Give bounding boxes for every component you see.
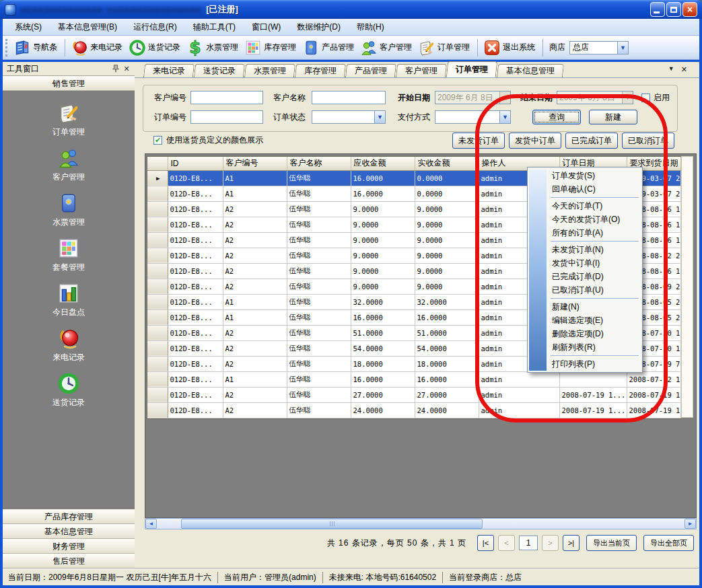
context-menu-item[interactable]: 刷新列表(R): [529, 340, 641, 354]
toolbar-exit-button[interactable]: 退出系统: [481, 38, 539, 58]
sidebar-item-package-mgmt[interactable]: 套餐管理: [28, 237, 109, 273]
sidebar-section-button[interactable]: 产品库存管理: [3, 509, 135, 524]
last-page-button[interactable]: >|: [563, 535, 580, 551]
context-menu-item[interactable]: 今天的发货订单(O): [529, 213, 641, 226]
sidebar-section-button[interactable]: 售后管理: [3, 554, 135, 568]
toolbar-call-records-button[interactable]: 来电记录: [69, 38, 127, 58]
chevron-down-icon[interactable]: ▼: [499, 111, 510, 123]
grid-column-header[interactable]: 应收金额: [351, 157, 415, 170]
sidebar-item-delivery-records[interactable]: 送货记录: [28, 372, 109, 408]
row-selector-cell[interactable]: [147, 232, 168, 248]
tab[interactable]: 水票管理: [244, 64, 295, 77]
grid-column-header[interactable]: ID: [168, 157, 223, 170]
tab[interactable]: 基本信息管理: [497, 64, 564, 77]
row-selector-cell[interactable]: [147, 356, 168, 371]
toolbar-product-button[interactable]: 产品管理: [300, 38, 358, 58]
order-status-select[interactable]: ▼: [312, 110, 386, 124]
toolbar-water-ticket-button[interactable]: 水票管理: [184, 38, 242, 58]
table-row[interactable]: 012D-E8... A2 伍华聪 27.0000 27.0000 admin …: [147, 387, 680, 402]
tab-list-menu-icon[interactable]: ▼: [668, 65, 674, 74]
scrollbar-thumb[interactable]: [181, 519, 483, 529]
context-menu-item[interactable]: 已取消订单(U): [529, 283, 641, 297]
toolbar-order-button[interactable]: 订单管理: [416, 38, 474, 58]
horizontal-scrollbar[interactable]: ◄ ►: [145, 518, 697, 529]
scroll-right-icon[interactable]: ►: [685, 519, 696, 529]
context-menu-item[interactable]: 订单发货(S): [529, 169, 641, 182]
grid-column-header[interactable]: 客户名称: [287, 157, 351, 170]
order-status-filter-button[interactable]: 已取消订单: [622, 133, 674, 149]
order-no-input[interactable]: [190, 110, 263, 124]
order-status-filter-button[interactable]: 发货中订单: [509, 133, 561, 149]
context-menu-item[interactable]: 已完成订单(D): [529, 270, 641, 283]
sidebar-item-customer-mgmt[interactable]: 客户管理: [28, 147, 109, 183]
row-selector-cell[interactable]: [147, 201, 168, 217]
menu-bar-item[interactable]: 窗口(W): [245, 20, 287, 35]
row-selector-cell[interactable]: [147, 402, 168, 418]
shop-select[interactable]: 总店 ▼: [569, 41, 629, 54]
row-selector-cell[interactable]: [147, 294, 168, 309]
row-selector-cell[interactable]: [147, 371, 168, 387]
table-row[interactable]: 012D-E8... A2 伍华聪 24.0000 24.0000 admin …: [147, 402, 680, 418]
sidebar-section-sales[interactable]: 销售管理: [3, 76, 135, 91]
row-selector-cell[interactable]: [147, 217, 168, 232]
context-menu-item[interactable]: 发货中订单(I): [529, 256, 641, 270]
context-menu-item[interactable]: 今天的订单(T): [529, 199, 641, 213]
sidebar-item-call-records[interactable]: 来电记录: [28, 327, 109, 363]
sidebar-section-button[interactable]: 财务管理: [3, 539, 135, 554]
close-icon[interactable]: ✕: [121, 63, 132, 74]
tab-close-icon[interactable]: ✕: [681, 65, 687, 74]
chevron-down-icon[interactable]: ▼: [617, 42, 628, 54]
context-menu-item[interactable]: 删除选定项(D): [529, 327, 641, 340]
context-menu-item[interactable]: 编辑选定项(E): [529, 314, 641, 327]
tab[interactable]: 订单管理: [446, 61, 498, 77]
context-menu-item[interactable]: 所有的订单(A): [529, 226, 641, 240]
row-selector-cell[interactable]: [147, 325, 168, 340]
sidebar-item-water-ticket-mgmt[interactable]: 水票管理: [28, 192, 109, 228]
export-current-page-button[interactable]: 导出当前页: [586, 535, 637, 551]
context-menu-item[interactable]: 新建(N): [529, 300, 641, 314]
first-page-button[interactable]: |<: [477, 535, 494, 551]
prev-page-button[interactable]: <: [498, 535, 515, 551]
row-selector-cell[interactable]: [147, 279, 168, 294]
toolbar-inventory-button[interactable]: 库存管理: [242, 38, 300, 58]
row-selector-cell[interactable]: [147, 387, 168, 402]
sidebar-item-order-mgmt[interactable]: 订单管理: [28, 102, 109, 138]
vertical-scrollbar[interactable]: [681, 156, 693, 418]
toolbar-delivery-records-button[interactable]: 送货记录: [127, 38, 184, 58]
context-menu-item[interactable]: 打印列表(P): [529, 357, 641, 371]
new-button[interactable]: 新建: [589, 110, 637, 124]
pay-method-select[interactable]: ▼: [435, 110, 511, 124]
row-selector-cell[interactable]: [147, 170, 168, 186]
chevron-down-icon[interactable]: ▼: [374, 111, 385, 123]
table-row[interactable]: 012D-E8... A1 伍华聪 16.0000 16.0000 admin …: [147, 371, 680, 387]
menu-bar-item[interactable]: 运行信息(R): [127, 20, 184, 35]
close-button[interactable]: ×: [682, 2, 697, 17]
menu-bar-item[interactable]: 基本信息管理(B): [51, 20, 124, 35]
tab[interactable]: 来电记录: [143, 64, 195, 77]
context-menu-item[interactable]: 未发货订单(N): [529, 243, 641, 256]
toolbar-grip[interactable]: [5, 39, 10, 57]
row-selector-cell[interactable]: [147, 186, 168, 201]
tab[interactable]: 送货记录: [194, 64, 245, 77]
grid-column-header[interactable]: 实收金额: [415, 157, 479, 170]
enable-date-checkbox[interactable]: [641, 94, 650, 102]
sidebar-item-today-summary[interactable]: 今日盘点: [28, 282, 109, 318]
row-selector-cell[interactable]: [147, 263, 168, 279]
pin-icon[interactable]: [110, 63, 121, 74]
menu-bar-item[interactable]: 系统(S): [8, 20, 48, 35]
next-page-button[interactable]: >: [542, 535, 559, 551]
tab[interactable]: 库存管理: [295, 64, 346, 77]
menu-bar-item[interactable]: 辅助工具(T): [186, 20, 242, 35]
row-selector-cell[interactable]: [147, 340, 168, 356]
customer-no-input[interactable]: [190, 91, 263, 104]
minimize-button[interactable]: [650, 2, 665, 17]
maximize-button[interactable]: [666, 2, 681, 17]
scroll-left-icon[interactable]: ◄: [145, 519, 157, 529]
order-status-filter-button[interactable]: 未发货订单: [452, 133, 505, 149]
export-all-pages-button[interactable]: 导出全部页: [643, 535, 694, 551]
menu-bar-item[interactable]: 数据维护(D): [290, 20, 347, 35]
page-number-input[interactable]: 1: [519, 536, 538, 550]
row-selector-cell[interactable]: [147, 309, 168, 325]
use-courier-color-checkbox[interactable]: ✔: [153, 136, 162, 145]
menu-bar-item[interactable]: 帮助(H): [350, 20, 391, 35]
